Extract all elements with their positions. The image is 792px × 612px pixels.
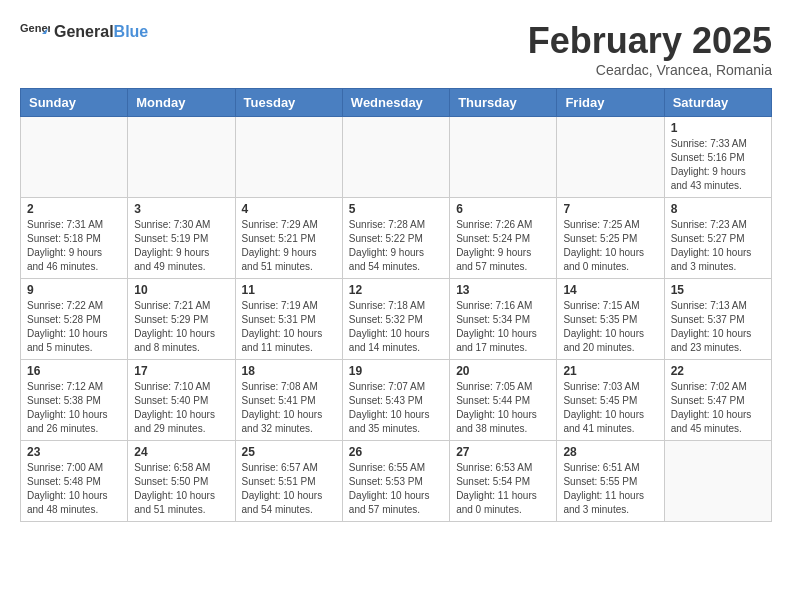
calendar-cell: 28Sunrise: 6:51 AM Sunset: 5:55 PM Dayli… <box>557 441 664 522</box>
day-info: Sunrise: 7:23 AM Sunset: 5:27 PM Dayligh… <box>671 218 765 274</box>
calendar-week-row-1: 1Sunrise: 7:33 AM Sunset: 5:16 PM Daylig… <box>21 117 772 198</box>
calendar-cell: 14Sunrise: 7:15 AM Sunset: 5:35 PM Dayli… <box>557 279 664 360</box>
day-number: 4 <box>242 202 336 216</box>
weekday-header-row: SundayMondayTuesdayWednesdayThursdayFrid… <box>21 89 772 117</box>
calendar-cell: 27Sunrise: 6:53 AM Sunset: 5:54 PM Dayli… <box>450 441 557 522</box>
day-info: Sunrise: 7:03 AM Sunset: 5:45 PM Dayligh… <box>563 380 657 436</box>
day-info: Sunrise: 7:13 AM Sunset: 5:37 PM Dayligh… <box>671 299 765 355</box>
weekday-header-friday: Friday <box>557 89 664 117</box>
day-number: 20 <box>456 364 550 378</box>
calendar-cell <box>21 117 128 198</box>
day-info: Sunrise: 6:58 AM Sunset: 5:50 PM Dayligh… <box>134 461 228 517</box>
day-info: Sunrise: 7:18 AM Sunset: 5:32 PM Dayligh… <box>349 299 443 355</box>
day-number: 18 <box>242 364 336 378</box>
weekday-header-monday: Monday <box>128 89 235 117</box>
calendar-cell <box>557 117 664 198</box>
calendar-week-row-4: 16Sunrise: 7:12 AM Sunset: 5:38 PM Dayli… <box>21 360 772 441</box>
day-info: Sunrise: 7:12 AM Sunset: 5:38 PM Dayligh… <box>27 380 121 436</box>
day-info: Sunrise: 7:29 AM Sunset: 5:21 PM Dayligh… <box>242 218 336 274</box>
day-info: Sunrise: 6:57 AM Sunset: 5:51 PM Dayligh… <box>242 461 336 517</box>
calendar-cell: 17Sunrise: 7:10 AM Sunset: 5:40 PM Dayli… <box>128 360 235 441</box>
calendar-cell <box>342 117 449 198</box>
day-number: 3 <box>134 202 228 216</box>
logo-icon: General <box>20 20 50 44</box>
day-number: 23 <box>27 445 121 459</box>
calendar-cell: 25Sunrise: 6:57 AM Sunset: 5:51 PM Dayli… <box>235 441 342 522</box>
day-info: Sunrise: 6:55 AM Sunset: 5:53 PM Dayligh… <box>349 461 443 517</box>
calendar-week-row-3: 9Sunrise: 7:22 AM Sunset: 5:28 PM Daylig… <box>21 279 772 360</box>
day-number: 8 <box>671 202 765 216</box>
day-number: 28 <box>563 445 657 459</box>
day-info: Sunrise: 7:33 AM Sunset: 5:16 PM Dayligh… <box>671 137 765 193</box>
calendar-cell: 26Sunrise: 6:55 AM Sunset: 5:53 PM Dayli… <box>342 441 449 522</box>
calendar-cell: 3Sunrise: 7:30 AM Sunset: 5:19 PM Daylig… <box>128 198 235 279</box>
calendar-cell: 2Sunrise: 7:31 AM Sunset: 5:18 PM Daylig… <box>21 198 128 279</box>
calendar-cell: 20Sunrise: 7:05 AM Sunset: 5:44 PM Dayli… <box>450 360 557 441</box>
calendar-cell: 8Sunrise: 7:23 AM Sunset: 5:27 PM Daylig… <box>664 198 771 279</box>
page-header: General GeneralBlue February 2025 Cearda… <box>20 20 772 78</box>
day-info: Sunrise: 7:15 AM Sunset: 5:35 PM Dayligh… <box>563 299 657 355</box>
day-number: 27 <box>456 445 550 459</box>
day-info: Sunrise: 7:07 AM Sunset: 5:43 PM Dayligh… <box>349 380 443 436</box>
calendar-cell: 7Sunrise: 7:25 AM Sunset: 5:25 PM Daylig… <box>557 198 664 279</box>
calendar-cell <box>235 117 342 198</box>
day-number: 2 <box>27 202 121 216</box>
calendar-cell <box>664 441 771 522</box>
day-number: 10 <box>134 283 228 297</box>
logo: General GeneralBlue <box>20 20 148 44</box>
day-number: 14 <box>563 283 657 297</box>
day-info: Sunrise: 7:19 AM Sunset: 5:31 PM Dayligh… <box>242 299 336 355</box>
logo-blue: Blue <box>114 23 149 41</box>
day-info: Sunrise: 7:08 AM Sunset: 5:41 PM Dayligh… <box>242 380 336 436</box>
calendar-cell: 9Sunrise: 7:22 AM Sunset: 5:28 PM Daylig… <box>21 279 128 360</box>
location-subtitle: Ceardac, Vrancea, Romania <box>528 62 772 78</box>
calendar-cell: 24Sunrise: 6:58 AM Sunset: 5:50 PM Dayli… <box>128 441 235 522</box>
day-number: 22 <box>671 364 765 378</box>
day-number: 1 <box>671 121 765 135</box>
weekday-header-wednesday: Wednesday <box>342 89 449 117</box>
calendar-cell: 15Sunrise: 7:13 AM Sunset: 5:37 PM Dayli… <box>664 279 771 360</box>
logo-general: General <box>54 23 114 41</box>
day-info: Sunrise: 7:16 AM Sunset: 5:34 PM Dayligh… <box>456 299 550 355</box>
weekday-header-saturday: Saturday <box>664 89 771 117</box>
calendar-cell: 18Sunrise: 7:08 AM Sunset: 5:41 PM Dayli… <box>235 360 342 441</box>
day-number: 9 <box>27 283 121 297</box>
day-info: Sunrise: 7:31 AM Sunset: 5:18 PM Dayligh… <box>27 218 121 274</box>
calendar-week-row-2: 2Sunrise: 7:31 AM Sunset: 5:18 PM Daylig… <box>21 198 772 279</box>
calendar-cell: 19Sunrise: 7:07 AM Sunset: 5:43 PM Dayli… <box>342 360 449 441</box>
day-number: 12 <box>349 283 443 297</box>
calendar-cell: 16Sunrise: 7:12 AM Sunset: 5:38 PM Dayli… <box>21 360 128 441</box>
day-number: 26 <box>349 445 443 459</box>
calendar-cell: 11Sunrise: 7:19 AM Sunset: 5:31 PM Dayli… <box>235 279 342 360</box>
weekday-header-thursday: Thursday <box>450 89 557 117</box>
calendar-cell: 1Sunrise: 7:33 AM Sunset: 5:16 PM Daylig… <box>664 117 771 198</box>
calendar-cell: 13Sunrise: 7:16 AM Sunset: 5:34 PM Dayli… <box>450 279 557 360</box>
day-info: Sunrise: 7:21 AM Sunset: 5:29 PM Dayligh… <box>134 299 228 355</box>
day-info: Sunrise: 7:22 AM Sunset: 5:28 PM Dayligh… <box>27 299 121 355</box>
month-title: February 2025 <box>528 20 772 62</box>
day-info: Sunrise: 7:25 AM Sunset: 5:25 PM Dayligh… <box>563 218 657 274</box>
day-info: Sunrise: 7:30 AM Sunset: 5:19 PM Dayligh… <box>134 218 228 274</box>
day-info: Sunrise: 6:53 AM Sunset: 5:54 PM Dayligh… <box>456 461 550 517</box>
calendar-cell: 12Sunrise: 7:18 AM Sunset: 5:32 PM Dayli… <box>342 279 449 360</box>
day-info: Sunrise: 7:26 AM Sunset: 5:24 PM Dayligh… <box>456 218 550 274</box>
calendar-cell <box>450 117 557 198</box>
weekday-header-sunday: Sunday <box>21 89 128 117</box>
calendar-cell: 5Sunrise: 7:28 AM Sunset: 5:22 PM Daylig… <box>342 198 449 279</box>
day-number: 16 <box>27 364 121 378</box>
weekday-header-tuesday: Tuesday <box>235 89 342 117</box>
calendar-title-area: February 2025 Ceardac, Vrancea, Romania <box>528 20 772 78</box>
day-number: 21 <box>563 364 657 378</box>
calendar-week-row-5: 23Sunrise: 7:00 AM Sunset: 5:48 PM Dayli… <box>21 441 772 522</box>
calendar-cell <box>128 117 235 198</box>
day-number: 5 <box>349 202 443 216</box>
day-number: 13 <box>456 283 550 297</box>
day-number: 25 <box>242 445 336 459</box>
day-number: 24 <box>134 445 228 459</box>
calendar-cell: 23Sunrise: 7:00 AM Sunset: 5:48 PM Dayli… <box>21 441 128 522</box>
day-number: 17 <box>134 364 228 378</box>
day-number: 11 <box>242 283 336 297</box>
day-info: Sunrise: 6:51 AM Sunset: 5:55 PM Dayligh… <box>563 461 657 517</box>
calendar-cell: 4Sunrise: 7:29 AM Sunset: 5:21 PM Daylig… <box>235 198 342 279</box>
calendar-cell: 10Sunrise: 7:21 AM Sunset: 5:29 PM Dayli… <box>128 279 235 360</box>
